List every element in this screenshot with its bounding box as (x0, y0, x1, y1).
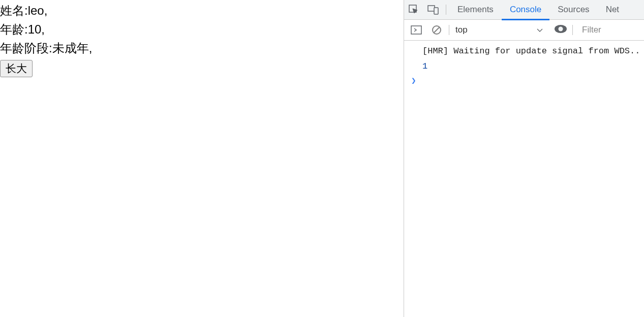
tab-sources[interactable]: Sources (549, 0, 597, 20)
prompt-arrow-icon: ❯ (411, 76, 416, 86)
svg-point-7 (559, 27, 563, 31)
device-toggle-icon[interactable] (423, 0, 443, 19)
stage-line: 年龄阶段:未成年, (0, 39, 404, 57)
chevron-down-icon (537, 25, 543, 35)
age-value: 10, (28, 22, 45, 36)
svg-rect-1 (428, 6, 435, 11)
stage-label: 年龄阶段: (0, 41, 52, 55)
tab-network[interactable]: Net (598, 0, 627, 20)
filter-input[interactable] (582, 25, 618, 35)
toolbar-separator (449, 25, 449, 35)
console-prompt[interactable]: ❯ (404, 74, 644, 87)
tab-separator (446, 5, 446, 15)
tab-console[interactable]: Console (502, 0, 549, 20)
filter (553, 24, 642, 36)
console-toolbar: top (404, 20, 644, 41)
toolbar-separator-2 (572, 25, 573, 35)
console-log-line: 1 (404, 59, 644, 74)
context-selector[interactable]: top (451, 20, 553, 40)
console-body[interactable]: [HMR] Waiting for update signal from WDS… (404, 41, 644, 317)
grow-button[interactable]: 长大 (0, 60, 33, 77)
name-label: 姓名: (0, 4, 28, 17)
tab-elements[interactable]: Elements (449, 0, 502, 20)
inspect-element-icon[interactable] (404, 0, 423, 19)
clear-console-icon[interactable] (426, 20, 447, 40)
age-label: 年龄: (0, 22, 28, 36)
svg-rect-2 (434, 8, 438, 14)
name-line: 姓名:leo, (0, 1, 404, 20)
page-content: 姓名:leo, 年龄:10, 年龄阶段:未成年, 长大 (0, 0, 404, 317)
console-log-line: [HMR] Waiting for update signal from WDS… (404, 44, 644, 59)
age-line: 年龄:10, (0, 20, 404, 39)
stage-value: 未成年, (52, 41, 93, 55)
devtools-panel: Elements Console Sources Net top (404, 0, 644, 317)
svg-line-5 (434, 27, 440, 33)
context-value: top (455, 25, 468, 35)
live-expression-icon[interactable] (554, 24, 567, 36)
sidebar-toggle-icon[interactable] (406, 20, 426, 40)
devtools-tabs: Elements Console Sources Net (404, 0, 644, 20)
name-value: leo, (28, 4, 48, 17)
